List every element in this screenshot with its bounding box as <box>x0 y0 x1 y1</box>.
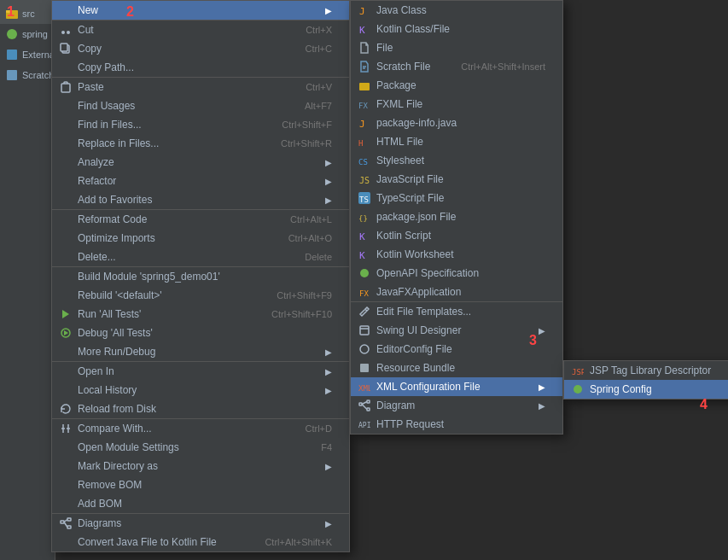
menu-item-diagrams[interactable]: Diagrams ▶ <box>52 513 349 533</box>
menu-item-optimize-imports[interactable]: Optimize Imports Ctrl+Alt+O <box>52 229 349 248</box>
resource-bundle-icon <box>358 361 371 375</box>
menu-label-optimize-imports: Optimize Imports <box>78 232 271 244</box>
menu-label-convert-java: Convert Java File to Kotlin File <box>78 536 248 548</box>
reformat-icon <box>59 213 73 226</box>
menu-label-local-history: Local History <box>78 384 325 396</box>
menu-item-find-in-files[interactable]: Find in Files... Ctrl+Shift+F <box>52 115 349 134</box>
submenu-item-resource-bundle[interactable]: Resource Bundle <box>351 359 562 377</box>
diagrams-arrow: ▶ <box>325 519 332 528</box>
submenu-label-kotlin-script: Kotlin Script <box>376 230 545 242</box>
menu-item-reload[interactable]: Reload from Disk <box>52 400 349 418</box>
step-4: 4 <box>700 397 708 412</box>
submenu-item-package-info[interactable]: J package-info.java <box>351 114 562 132</box>
submenu-label-stylesheet: Stylesheet <box>376 155 545 166</box>
menu-label-diagrams: Diagrams <box>78 517 325 529</box>
menu-label-build-module: Build Module 'spring5_demo01' <box>78 271 332 283</box>
submenu-item-kotlin-script[interactable]: K Kotlin Script <box>351 226 562 245</box>
sidebar-item-spring[interactable]: spring <box>0 24 55 44</box>
menu-item-replace-in-files[interactable]: Replace in Files... Ctrl+Shift+R <box>52 134 349 153</box>
submenu-item-package[interactable]: Package <box>351 76 562 95</box>
sidebar-item-external[interactable]: External <box>0 44 55 65</box>
menu-item-rebuild[interactable]: Rebuild '<default>' Ctrl+Shift+F9 <box>52 286 349 305</box>
optimize-icon <box>59 231 73 245</box>
replace-shortcut: Ctrl+Shift+R <box>281 138 332 149</box>
reformat-shortcut: Ctrl+Alt+L <box>290 214 332 225</box>
menu-item-mark-directory[interactable]: Mark Directory as ▶ <box>52 457 349 475</box>
menu-item-copy[interactable]: Copy Ctrl+C <box>52 39 349 58</box>
submenu-item-diagram[interactable]: Diagram ▶ <box>351 396 562 415</box>
submenu-item-json[interactable]: {} package.json File <box>351 207 562 226</box>
submenu-item-ts[interactable]: TS TypeScript File <box>351 189 562 207</box>
find-usages-shortcut: Alt+F7 <box>305 101 332 111</box>
menu-item-convert-java[interactable]: Convert Java File to Kotlin File Ctrl+Al… <box>52 533 349 551</box>
submenu-label-scratch-file: Scratch File <box>376 61 444 73</box>
menu-item-debug-tests[interactable]: Debug 'All Tests' <box>52 324 349 342</box>
submenu-item-edit-templates[interactable]: Edit File Templates... <box>351 301 562 321</box>
menu-item-reformat[interactable]: Reformat Code Ctrl+Alt+L <box>52 209 349 229</box>
sidebar-label-spring: spring <box>22 29 48 39</box>
step-3: 3 <box>529 333 537 348</box>
menu-item-paste[interactable]: Paste Ctrl+V <box>52 77 349 96</box>
menu-item-new[interactable]: New ▶ <box>52 1 349 20</box>
menu-item-copy-path[interactable]: Copy Path... <box>52 58 349 77</box>
file-icon <box>358 41 371 55</box>
submenu-item-xml-config[interactable]: XML XML Configuration File ▶ <box>351 377 562 396</box>
menu-item-delete[interactable]: Delete... Delete <box>52 248 349 266</box>
submenu-item-http-request[interactable]: API HTTP Request <box>351 415 562 434</box>
find-files-icon <box>59 118 73 131</box>
svg-text:J: J <box>359 6 365 16</box>
submenu-item-openapi[interactable]: OpenAPI Specification <box>351 264 562 283</box>
submenu-item-spring-config[interactable]: Spring Config <box>564 380 728 399</box>
menu-item-remove-bom[interactable]: Remove BOM <box>52 475 349 494</box>
submenu-item-java-class[interactable]: J Java Class <box>351 1 562 20</box>
json-icon: {} <box>358 210 371 224</box>
sidebar-item-scratch[interactable]: Scratche <box>0 65 55 85</box>
menu-item-more-run[interactable]: More Run/Debug ▶ <box>52 342 349 361</box>
submenu-item-js[interactable]: JS JavaScript File <box>351 170 562 189</box>
menu-item-local-history[interactable]: Local History ▶ <box>52 381 349 400</box>
menu-label-copy: Copy <box>78 43 288 55</box>
submenu-item-kotlin-worksheet[interactable]: K Kotlin Worksheet <box>351 245 562 264</box>
swing-arrow: ▶ <box>539 326 545 335</box>
history-icon <box>59 383 73 397</box>
menu-item-find-usages[interactable]: Find Usages Alt+F7 <box>52 96 349 115</box>
mark-dir-icon <box>59 459 73 473</box>
submenu-item-fxml[interactable]: FX FXML File <box>351 95 562 114</box>
svg-rect-3 <box>7 50 17 60</box>
submenu-item-jsp-tag[interactable]: JSP JSP Tag Library Descriptor <box>564 361 728 380</box>
menu-item-cut[interactable]: Cut Ctrl+X <box>52 20 349 39</box>
submenu-item-scratch-file[interactable]: Scratch File Ctrl+Alt+Shift+Insert <box>351 57 562 76</box>
open-in-icon <box>59 365 73 378</box>
swing-designer-icon <box>358 324 371 337</box>
submenu-item-stylesheet[interactable]: CS Stylesheet <box>351 151 562 170</box>
svg-text:FX: FX <box>359 289 369 298</box>
svg-text:CS: CS <box>358 158 368 166</box>
svg-point-29 <box>360 269 369 277</box>
paste-shortcut: Ctrl+V <box>306 82 332 92</box>
kotlin-class-icon: K <box>358 22 371 36</box>
submenu-item-html[interactable]: H HTML File <box>351 132 562 151</box>
submenu-item-kotlin-class[interactable]: K Kotlin Class/File <box>351 20 562 38</box>
refactor-arrow: ▶ <box>325 177 332 186</box>
cut-shortcut: Ctrl+X <box>306 25 332 35</box>
context-menu: New ▶ Cut Ctrl+X Copy Ctrl+C Copy Path..… <box>51 0 350 552</box>
submenu-label-javafx: JavaFXApplication <box>376 286 545 298</box>
submenu-item-file[interactable]: File <box>351 38 562 57</box>
menu-item-run-tests[interactable]: Run 'All Tests' Ctrl+Shift+F10 <box>52 305 349 324</box>
svg-text:TS: TS <box>359 195 369 204</box>
menu-item-build-module[interactable]: Build Module 'spring5_demo01' <box>52 266 349 286</box>
menu-item-analyze[interactable]: Analyze ▶ <box>52 153 349 172</box>
add-bom-icon <box>59 497 73 510</box>
menu-item-refactor[interactable]: Refactor ▶ <box>52 172 349 190</box>
favorites-icon <box>59 193 73 207</box>
menu-item-open-module-settings[interactable]: Open Module Settings F4 <box>52 438 349 457</box>
menu-item-add-bom[interactable]: Add BOM <box>52 494 349 513</box>
compare-icon <box>59 422 73 435</box>
menu-item-add-favorites[interactable]: Add to Favorites ▶ <box>52 190 349 209</box>
js-icon: JS <box>358 172 371 186</box>
submenu-item-javafx[interactable]: FX JavaFXApplication <box>351 283 562 301</box>
menu-item-open-in[interactable]: Open In ▶ <box>52 361 349 381</box>
menu-item-compare-with[interactable]: Compare With... Ctrl+D <box>52 418 349 438</box>
svg-text:XML: XML <box>358 384 370 393</box>
menu-label-rebuild: Rebuild '<default>' <box>78 289 259 301</box>
